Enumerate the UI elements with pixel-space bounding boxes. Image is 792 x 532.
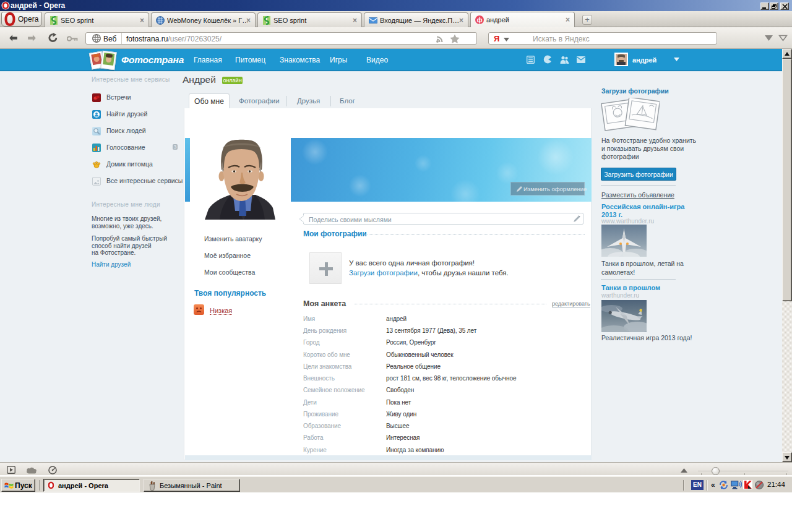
svg-text:ф: ф — [477, 17, 483, 24]
